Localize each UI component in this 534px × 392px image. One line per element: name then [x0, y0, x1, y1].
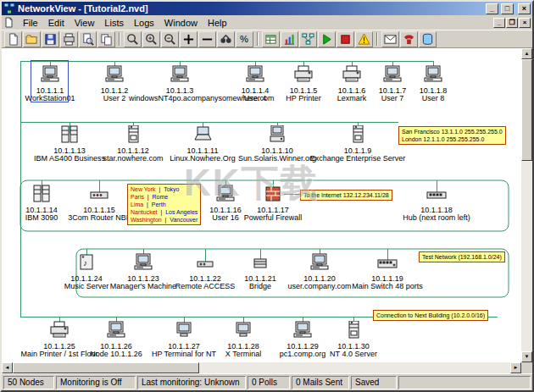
- pc-icon: [382, 65, 484, 87]
- maximize-icon[interactable]: □: [501, 3, 514, 14]
- print-preview-button[interactable]: [79, 31, 97, 47]
- note[interactable]: Test Network (192.168.1.0/24): [419, 251, 505, 262]
- app-icon: [3, 3, 15, 14]
- app-window: NetworkView - [Tutorial2.nvd] _ □ × File…: [0, 0, 534, 392]
- note[interactable]: Connection to Next Building (10.2.0.0/16…: [373, 310, 488, 321]
- vertical-scroll-thumb[interactable]: [521, 59, 532, 161]
- open-button[interactable]: [23, 31, 41, 47]
- mdi-restore-icon[interactable]: ❐: [506, 18, 518, 28]
- discover-button[interactable]: [299, 31, 317, 47]
- toolbar-separator: [376, 32, 378, 46]
- minimize-icon[interactable]: _: [486, 3, 498, 14]
- print-button[interactable]: [60, 31, 78, 47]
- save-button[interactable]: [42, 31, 59, 47]
- phone-icon: [403, 33, 415, 46]
- mdi-minimize-icon[interactable]: _: [493, 18, 505, 28]
- copy-icon: [100, 33, 113, 46]
- menu-bar: FileEditViewListsLogsWindowHelp _ ❐ ×: [2, 15, 532, 30]
- status-bar: 50 NodesMonitoring is OffLast monitoring…: [2, 373, 532, 390]
- hub-icon: [386, 185, 487, 207]
- title-bar: NetworkView - [Tutorial2.nvd] _ □ ×: [2, 2, 532, 15]
- status-panel: 0 Mails Sent: [292, 376, 349, 389]
- node-name: Exchange Enterprise Server: [307, 155, 409, 163]
- status-panel: [398, 376, 531, 389]
- toolbar-separator: [119, 32, 120, 46]
- menu-view[interactable]: View: [70, 16, 100, 30]
- printer-icon: [63, 33, 75, 46]
- scroll-left-icon[interactable]: ◄: [2, 362, 13, 373]
- document-icon: [3, 17, 14, 28]
- new-button[interactable]: [4, 31, 22, 47]
- folder-icon: [25, 33, 38, 46]
- enlarge-button[interactable]: [180, 31, 197, 47]
- toolbar: %: [2, 30, 532, 48]
- scroll-up-icon[interactable]: ▲: [521, 48, 532, 59]
- node-name: User 8: [382, 95, 484, 102]
- doc-icon: [7, 33, 19, 46]
- threshold-icon: [358, 33, 370, 46]
- menu-items: FileEditViewListsLogsWindowHelp: [18, 16, 493, 30]
- zoom-button[interactable]: [124, 31, 142, 47]
- node-10.1.1.18[interactable]: 10.1.1.18Hub (next room left): [386, 185, 487, 222]
- horizontal-scroll-thumb[interactable]: [13, 362, 199, 373]
- window-title: NetworkView - [Tutorial2.nvd]: [18, 3, 483, 14]
- node-name: NT 4.0 Server: [303, 351, 404, 358]
- svg-text:%: %: [240, 34, 248, 44]
- actual-size-button[interactable]: %: [236, 31, 253, 47]
- note[interactable]: To the Internet 132.12.234.11/28: [300, 190, 392, 201]
- menu-help[interactable]: Help: [203, 16, 232, 30]
- node-name: Hub (next room left): [386, 214, 487, 222]
- svg-text:♪: ♪: [83, 258, 87, 268]
- menu-file[interactable]: File: [18, 16, 43, 30]
- preview-icon: [81, 33, 94, 46]
- note[interactable]: San Francisco 13.1.1.0 255.255.255.0Lond…: [398, 126, 506, 145]
- node-10.1.1.9[interactable]: 10.1.1.9Exchange Enterprise Server: [307, 125, 409, 163]
- note[interactable]: New York | TokyoParis | RomeLima | Perth…: [127, 184, 201, 225]
- stop-icon: [339, 33, 352, 46]
- node-list-button[interactable]: [262, 31, 280, 47]
- vertical-scroll-track[interactable]: [521, 59, 532, 351]
- status-panel: 0 Polls: [248, 376, 290, 389]
- toolbar-separator: [257, 32, 259, 46]
- mdi-window-controls: _ ❐ ×: [493, 18, 531, 28]
- menu-edit[interactable]: Edit: [43, 16, 70, 30]
- copy-button[interactable]: [97, 31, 115, 47]
- zoom-icon: [126, 33, 139, 46]
- status-panel: Saved: [351, 376, 397, 389]
- scroll-down-icon[interactable]: ▼: [521, 351, 532, 362]
- menu-logs[interactable]: Logs: [129, 16, 159, 30]
- horizontal-scroll-track[interactable]: [13, 362, 510, 373]
- dial-button[interactable]: [400, 31, 418, 47]
- mib-browser-button[interactable]: [419, 31, 437, 47]
- node-10.1.1.30[interactable]: 10.1.1.30NT 4.0 Server: [303, 321, 404, 358]
- send-mail-button[interactable]: [381, 31, 399, 47]
- menu-lists[interactable]: Lists: [99, 16, 129, 30]
- plus-icon: [182, 33, 195, 46]
- minus-icon: [201, 33, 214, 46]
- grid-icon: [264, 33, 277, 46]
- reduce-button[interactable]: [198, 31, 216, 47]
- database-icon: [421, 33, 434, 46]
- node-10.1.1.8[interactable]: 10.1.1.8User 8: [382, 65, 484, 102]
- zoom-out-button[interactable]: [161, 31, 179, 47]
- close-icon[interactable]: ×: [518, 3, 531, 14]
- mail-icon: [384, 33, 397, 46]
- mdi-close-icon[interactable]: ×: [519, 18, 531, 28]
- status-panel: 50 Nodes: [3, 376, 54, 389]
- thresholds-button[interactable]: [355, 31, 373, 47]
- discover-icon: [302, 33, 314, 46]
- tower-icon: [303, 321, 404, 343]
- find-button[interactable]: [217, 31, 235, 47]
- diagram-canvas[interactable]: 10.1.1.1WorkStation0110.1.1.2User 210.1.…: [2, 48, 521, 362]
- menu-window[interactable]: Window: [159, 16, 203, 30]
- zoomin-icon: [145, 33, 158, 46]
- statistics-button[interactable]: [281, 31, 298, 47]
- start-icon: [320, 33, 333, 46]
- horizontal-scrollbar[interactable]: ◄ ►: [2, 362, 521, 373]
- scroll-right-icon[interactable]: ►: [510, 362, 521, 373]
- stop-monitoring-button[interactable]: [337, 31, 354, 47]
- start-monitoring-button[interactable]: [318, 31, 336, 47]
- zoom-in-button[interactable]: [142, 31, 160, 47]
- find-icon: [220, 33, 232, 46]
- vertical-scrollbar[interactable]: ▲ ▼: [521, 48, 532, 362]
